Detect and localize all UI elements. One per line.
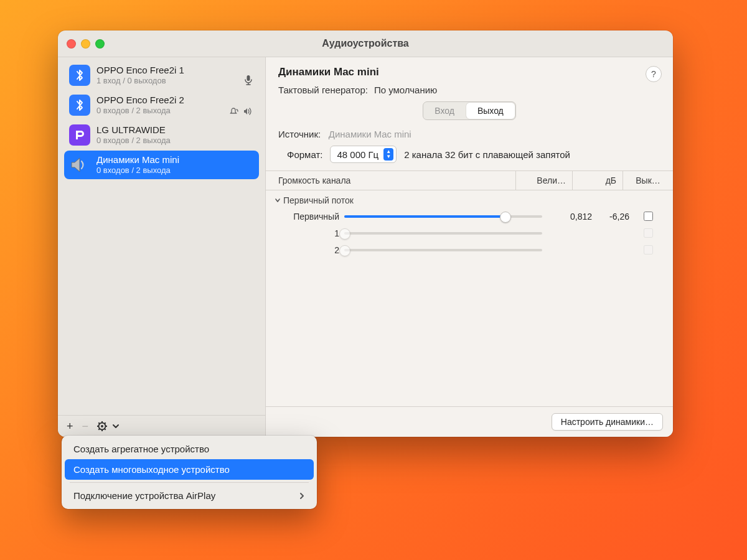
chevron-right-icon [299,492,305,500]
channel-db: -6,26 [592,212,629,222]
audio-devices-window: Аудиоустройства OPPO Enco Free2i 1 1 вхо… [58,30,673,437]
col-db[interactable]: дБ [572,171,622,190]
stepper-icon: ▲▼ [383,148,393,161]
close-window-button[interactable] [67,39,76,49]
svg-rect-0 [247,75,250,81]
detail-pane: Динамики Mac mini ? Тактовый генератор: … [266,57,673,437]
displayport-icon [69,124,90,146]
chevron-down-icon[interactable] [112,423,120,429]
device-name: OPPO Enco Free2i 2 [96,95,254,106]
source-label: Источник: [278,129,321,139]
menu-item-create-aggregate[interactable]: Создать агрегатное устройство [65,439,314,459]
svg-line-9 [105,429,106,430]
device-io-summary: 0 входов / 2 выхода [96,166,254,175]
svg-rect-1 [78,133,82,135]
channel-label: 2 [277,245,344,255]
device-item-lg[interactable]: LG ULTRAWIDE 0 входов / 2 выхода [64,121,259,149]
bluetooth-icon [69,65,90,86]
device-item-oppo-1[interactable]: OPPO Enco Free2i 1 1 вход / 0 выходов [64,61,259,90]
channel-mute [629,243,667,256]
channel-label: Первичный [277,212,344,222]
microphone-icon [244,75,253,86]
detail-title: Динамики Mac mini [278,66,660,78]
window-controls [67,39,105,49]
format-label: Формат: [287,149,322,160]
bluetooth-icon [69,95,90,116]
minimize-window-button[interactable] [81,39,90,49]
device-item-mac-mini-speakers[interactable]: Динамики Mac mini 0 входов / 2 выхода [64,151,259,179]
col-channel-volume: Громкость канала [266,171,515,190]
col-value[interactable]: Вели… [515,171,572,190]
stream-disclosure[interactable]: Первичный поток [266,190,673,208]
svg-line-10 [98,429,100,430]
tab-output[interactable]: Выход [466,103,515,119]
svg-point-3 [101,425,103,427]
format-combo[interactable]: 48 000 Гц ▲▼ [330,146,397,163]
volume-slider[interactable] [344,211,542,222]
volume-slider [344,245,542,256]
svg-line-8 [98,422,100,424]
channel-value: 0,812 [548,212,592,222]
sidebar-toolbar: + − [58,415,265,437]
format-description: 2 канала 32 бит с плавающей запятой [404,149,570,160]
channel-table-header: Громкость канала Вели… дБ Вык… [266,170,673,190]
menu-item-airplay[interactable]: Подключение устройства AirPlay [65,485,314,506]
format-value: 48 000 Гц [337,149,378,160]
volume-slider [344,228,542,239]
internal-speaker-icon [69,154,90,175]
device-list: OPPO Enco Free2i 1 1 вход / 0 выходов OP… [58,57,265,415]
add-device-button[interactable]: + [67,421,73,432]
gear-icon[interactable] [97,421,107,431]
io-tabs: Вход Выход [423,101,516,120]
window-body: OPPO Enco Free2i 1 1 вход / 0 выходов OP… [58,57,673,437]
channel-row: 1 [266,225,673,241]
clock-source-value[interactable]: По умолчанию [374,85,437,95]
alert-sound-icon [229,107,239,116]
channel-row: Первичный0,812-6,26 [266,208,673,225]
speaker-icon [243,107,253,116]
titlebar: Аудиоустройства [58,30,673,57]
stream-label: Первичный поток [283,195,354,205]
menu-item-label: Подключение устройства AirPlay [73,490,215,501]
device-name: LG ULTRAWIDE [96,124,254,136]
device-io-summary: 1 вход / 0 выходов [96,76,254,86]
device-item-oppo-2[interactable]: OPPO Enco Free2i 2 0 входов / 2 выхода [64,91,259,119]
clock-source-label: Тактовый генератор: [278,85,368,95]
add-device-menu: Создать агрегатное устройство Создать мн… [62,436,317,509]
help-button[interactable]: ? [646,66,662,82]
remove-device-button[interactable]: − [82,421,89,432]
channel-mute [629,226,667,240]
tab-input[interactable]: Вход [423,102,466,119]
chevron-down-icon [275,197,281,203]
window-title: Аудиоустройства [58,38,673,49]
source-value: Динамики Mac mini [329,129,411,139]
channel-row: 2 [266,241,673,258]
device-name: OPPO Enco Free2i 1 [96,65,254,76]
device-io-summary: 0 входов / 2 выхода [96,136,254,146]
svg-line-11 [105,422,106,424]
channel-label: 1 [277,228,344,238]
device-sidebar: OPPO Enco Free2i 1 1 вход / 0 выходов OP… [58,57,266,437]
device-name: Динамики Mac mini [96,154,254,166]
col-mute[interactable]: Вык… [622,171,673,190]
configure-speakers-button[interactable]: Настроить динамики… [552,413,663,431]
menu-item-create-multioutput[interactable]: Создать многовыходное устройство [65,459,314,480]
zoom-window-button[interactable] [95,39,105,49]
menu-separator [70,482,309,483]
channel-mute[interactable] [629,210,667,223]
